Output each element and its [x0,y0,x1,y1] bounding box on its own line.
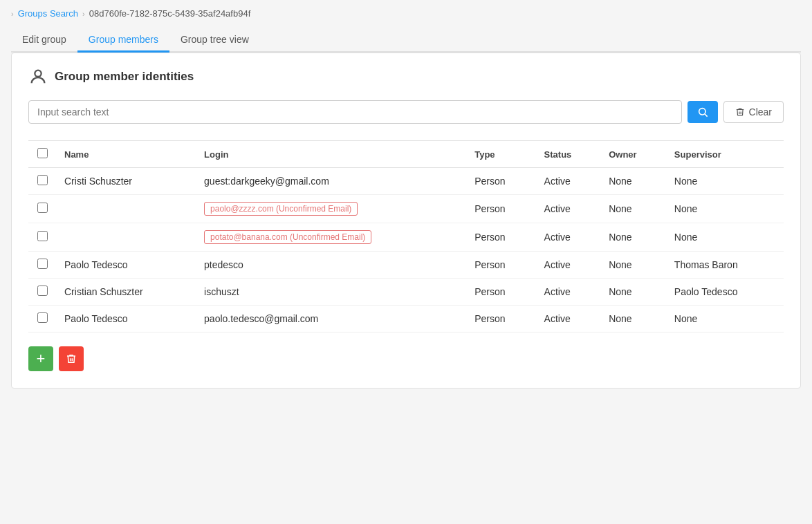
breadcrumb-current: 08d760fe-7182-875c-5439-35af24afb94f [89,8,250,19]
row-login: ischuszt [196,279,466,306]
row-name: Paolo Tedesco [56,306,196,333]
row-checkbox[interactable] [37,231,48,241]
row-status: Active [536,306,601,333]
clear-button[interactable]: Clear [723,101,784,123]
row-login: paolo.tedesco@gmail.com [196,306,466,333]
breadcrumb-chevron: › [11,10,14,18]
row-checkbox-cell [28,223,56,252]
card-title: Group member identities [55,70,194,84]
breadcrumb-link[interactable]: Groups Search [18,8,78,19]
row-type: Person [466,168,535,195]
row-checkbox[interactable] [37,286,48,296]
person-icon [28,67,48,86]
table-row: Cristi Schuszterguest:darkgeeky@gmail.co… [28,168,784,195]
row-checkbox-cell [28,306,56,333]
add-icon: + [37,351,46,366]
col-supervisor: Supervisor [666,141,784,168]
row-owner: None [600,168,666,195]
delete-icon [66,353,77,364]
row-owner: None [600,223,666,252]
tab-group-tree-view[interactable]: Group tree view [169,28,260,53]
row-login: potato@banana.com (Unconfirmed Email) [196,223,466,252]
row-type: Person [466,252,535,279]
breadcrumb-separator: › [82,10,85,18]
row-supervisor: None [666,223,784,252]
search-input[interactable] [28,100,682,124]
row-supervisor: Thomas Baron [666,252,784,279]
delete-button[interactable] [59,346,84,371]
members-table: Name Login Type Status Owner Supervisor … [28,140,784,333]
row-checkbox-cell [28,195,56,223]
col-status: Status [536,141,601,168]
row-checkbox[interactable] [37,175,48,185]
tab-edit-group[interactable]: Edit group [11,28,77,53]
row-owner: None [600,306,666,333]
row-status: Active [536,252,601,279]
breadcrumb: › Groups Search › 08d760fe-7182-875c-543… [11,8,801,19]
row-checkbox[interactable] [37,203,48,213]
row-checkbox-cell [28,168,56,195]
row-type: Person [466,223,535,252]
row-supervisor: Paolo Tedesco [666,279,784,306]
row-status: Active [536,279,601,306]
select-all-checkbox[interactable] [37,148,48,158]
svg-point-1 [699,109,705,115]
tab-bar: Edit group Group members Group tree view [11,28,801,53]
row-status: Active [536,168,601,195]
row-status: Active [536,195,601,223]
trash-icon [735,107,745,117]
search-input-wrapper [28,100,682,124]
row-checkbox-cell [28,279,56,306]
table-row: Paolo TedescoptedescoPersonActiveNoneTho… [28,252,784,279]
table-row: paolo@zzzz.com (Unconfirmed Email)Person… [28,195,784,223]
col-login: Login [196,141,466,168]
search-icon [697,106,708,118]
main-card: Group member identities Clear [11,53,801,389]
row-status: Active [536,223,601,252]
card-header: Group member identities [28,67,784,86]
svg-point-0 [35,71,41,77]
col-type: Type [466,141,535,168]
header-checkbox-cell [28,141,56,168]
row-owner: None [600,252,666,279]
svg-line-2 [705,114,708,117]
unconfirmed-email-badge: potato@banana.com (Unconfirmed Email) [204,230,371,244]
table-row: potato@banana.com (Unconfirmed Email)Per… [28,223,784,252]
row-owner: None [600,279,666,306]
row-name: Cristian Schuszter [56,279,196,306]
search-row: Clear [28,100,784,124]
row-supervisor: None [666,168,784,195]
row-type: Person [466,279,535,306]
row-supervisor: None [666,195,784,223]
row-checkbox-cell [28,252,56,279]
row-supervisor: None [666,306,784,333]
add-button[interactable]: + [28,346,53,371]
table-row: Paolo Tedescopaolo.tedesco@gmail.comPers… [28,306,784,333]
col-owner: Owner [600,141,666,168]
unconfirmed-email-badge: paolo@zzzz.com (Unconfirmed Email) [204,202,358,216]
clear-label: Clear [749,106,772,118]
row-checkbox[interactable] [37,312,48,323]
members-table-wrapper: Name Login Type Status Owner Supervisor … [28,140,784,333]
row-name: Paolo Tedesco [56,252,196,279]
row-login: ptedesco [196,252,466,279]
search-button[interactable] [688,101,718,123]
tab-group-members[interactable]: Group members [77,28,169,53]
col-name: Name [56,141,196,168]
row-login: guest:darkgeeky@gmail.com [196,168,466,195]
row-name [56,195,196,223]
row-owner: None [600,195,666,223]
row-type: Person [466,195,535,223]
row-name: Cristi Schuszter [56,168,196,195]
row-login: paolo@zzzz.com (Unconfirmed Email) [196,195,466,223]
row-type: Person [466,306,535,333]
row-name [56,223,196,252]
action-row: + [28,346,784,371]
row-checkbox[interactable] [37,259,48,269]
table-row: Cristian SchuszterischusztPersonActiveNo… [28,279,784,306]
